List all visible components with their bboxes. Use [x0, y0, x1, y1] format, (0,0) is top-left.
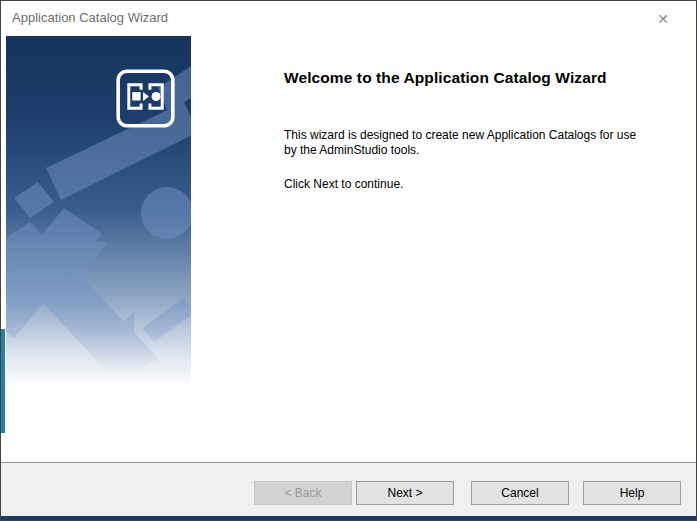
body-paragraph: This wizard is designed to create new Ap…: [284, 128, 652, 158]
wizard-sidebar-artwork: [6, 36, 191, 398]
wizard-window: Application Catalog Wizard ✕: [0, 0, 697, 521]
back-button[interactable]: < Back: [254, 481, 352, 505]
window-title: Application Catalog Wizard: [12, 1, 168, 35]
help-button[interactable]: Help: [583, 481, 681, 505]
close-icon[interactable]: ✕: [647, 5, 679, 32]
title-bar: Application Catalog Wizard ✕: [1, 1, 696, 35]
wizard-page-content: Welcome to the Application Catalog Wizar…: [284, 69, 652, 192]
left-edge-accent: [1, 329, 5, 433]
cancel-button[interactable]: Cancel: [471, 481, 569, 505]
window-bottom-border: [1, 516, 696, 520]
next-button[interactable]: Next >: [356, 481, 454, 505]
body-instruction: Click Next to continue.: [284, 177, 652, 192]
page-title: Welcome to the Application Catalog Wizar…: [284, 69, 652, 87]
application-catalog-icon: [116, 69, 175, 128]
